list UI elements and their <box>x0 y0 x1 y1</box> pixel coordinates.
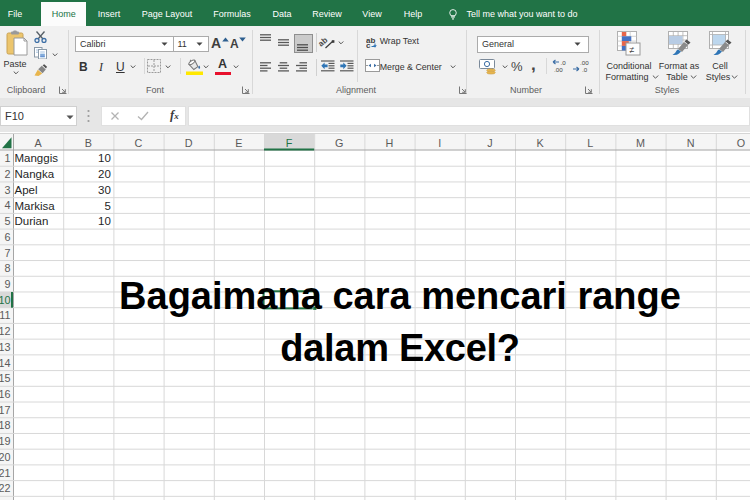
svg-text:5: 5 <box>104 199 110 211</box>
svg-text:1: 1 <box>4 152 10 164</box>
svg-text:D: D <box>185 136 193 148</box>
svg-text:17: 17 <box>0 403 11 415</box>
svg-text:10: 10 <box>98 152 111 164</box>
svg-text:.00: .00 <box>580 59 589 66</box>
svg-text:M: M <box>636 136 645 148</box>
svg-text:O: O <box>737 136 745 148</box>
svg-text:≠: ≠ <box>630 45 635 55</box>
svg-text:A: A <box>34 136 42 148</box>
svg-text:E: E <box>235 136 242 148</box>
svg-text:I: I <box>438 136 441 148</box>
svg-text:.00: .00 <box>554 66 563 73</box>
svg-text:5: 5 <box>4 215 10 227</box>
svg-text:G: G <box>335 136 343 148</box>
svg-text:Markisa: Markisa <box>15 199 56 211</box>
svg-text:4: 4 <box>4 199 10 211</box>
svg-text:19: 19 <box>0 435 11 447</box>
svg-text:30: 30 <box>98 183 111 195</box>
svg-text:L: L <box>587 136 593 148</box>
svg-text:.0: .0 <box>561 59 567 66</box>
svg-text:16: 16 <box>0 388 11 400</box>
svg-text:18: 18 <box>0 419 11 431</box>
svg-text:Nangka: Nangka <box>15 168 55 180</box>
svg-text:Manggis: Manggis <box>15 152 59 164</box>
svg-text:22: 22 <box>0 482 11 494</box>
svg-text:21: 21 <box>0 466 11 478</box>
svg-text:20: 20 <box>0 450 11 462</box>
svg-text:7: 7 <box>4 246 10 258</box>
svg-text:C: C <box>135 136 143 148</box>
svg-text:K: K <box>536 136 544 148</box>
svg-text:F: F <box>286 136 293 148</box>
svg-text:J: J <box>487 136 492 148</box>
svg-text:2: 2 <box>4 167 10 179</box>
svg-text:10: 10 <box>98 215 111 227</box>
svg-text:6: 6 <box>4 230 10 242</box>
svg-text:20: 20 <box>98 168 111 180</box>
svg-text:Apel: Apel <box>15 183 38 195</box>
svg-text:.0: .0 <box>582 66 588 73</box>
svg-text:Durian: Durian <box>15 215 49 227</box>
svg-text:B: B <box>85 136 92 148</box>
svg-text:3: 3 <box>4 183 10 195</box>
svg-text:H: H <box>386 136 394 148</box>
svg-text:c: c <box>366 41 371 49</box>
svg-text:N: N <box>687 136 695 148</box>
svg-text:15: 15 <box>0 372 11 384</box>
